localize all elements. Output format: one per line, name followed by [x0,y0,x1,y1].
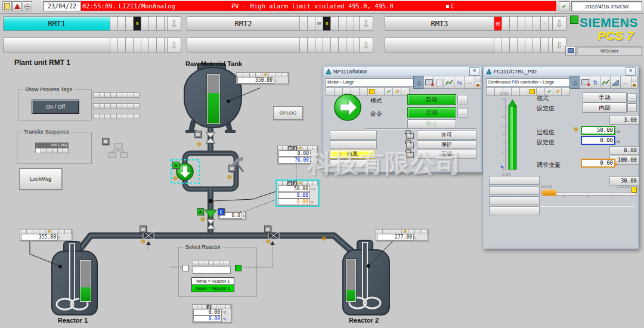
close-button[interactable]: ✕ [469,67,479,76]
mv-slider-handle[interactable] [541,190,556,196]
sp-field[interactable]: 0.00 [581,136,615,145]
sp-value[interactable]: 0.00 [278,192,310,199]
toolbar-cell[interactable] [376,87,385,96]
ack-icon[interactable]: ✔ [385,87,393,96]
maintenance-icon: ⚙ [264,72,267,78]
level-value[interactable]: 350.00 [237,77,274,83]
toolbar-cell[interactable] [486,87,495,96]
maintenance-icon[interactable]: ⚙ [393,87,401,96]
sp-value[interactable]: 76.00 [278,157,311,163]
lo-range-field: 0.00 [609,146,639,155]
mv-unit: % [614,162,618,167]
interlock-button[interactable]: 互锁 [417,150,476,159]
snapshot-button[interactable] [475,82,481,89]
maintenance-icon: ⚙ [197,142,202,147]
maintenance-icon: ⚙ [173,176,178,181]
status-field [489,176,540,185]
pcs7-os-screen: 23/04/22 02:55:09.725 LI211/MonAnalog PV… [0,0,644,328]
maintenance-icon: ⚙ [227,175,232,180]
toolbar-cell[interactable] [562,87,570,96]
more-views-button[interactable]: ... [620,76,631,89]
slider-tick [564,196,565,198]
home-icon: ⌂ [417,79,421,86]
mv-label: 调节变量 [537,161,561,169]
m-badge: M [264,225,271,233]
level-value[interactable]: 355.00 [21,234,58,240]
open-lock-icon [406,133,414,139]
faceplate-cells: ✔⚙ [486,87,570,96]
maintenance-icon: ⚙ [47,229,50,234]
command-more-button[interactable]: ... [457,108,468,117]
maintenance-icon: ⚙ [266,239,271,245]
temp-tagbox[interactable]: ∥ 0.00°C 0.00°C [192,304,231,323]
batch-icon[interactable] [528,87,537,96]
m-badge: M [288,146,293,150]
maintenance-icon: ⚙ [200,217,205,222]
status-field [489,196,540,205]
reactor2-tagbox[interactable]: ⚙ 277.00L [376,229,428,241]
toolbar-cell[interactable] [520,87,528,96]
toolbar-cell[interactable] [512,87,520,96]
window-title: NP111a/Motor [333,69,367,75]
control-valve-icon[interactable] [205,210,216,229]
pv-value[interactable]: 0.00 [278,150,311,157]
permission-button[interactable]: 许可 [417,131,476,140]
raw-tank-tagbox[interactable]: ⚙ 350.00L [236,72,289,84]
sp-value[interactable]: 0.00 [193,315,222,322]
sp-source-more-button[interactable]: ... [627,103,637,112]
maintenance-icon: ⚙ [574,127,578,132]
m-badge: M [287,181,293,185]
sp-source-label: 设定值 [537,104,555,113]
valve-icon[interactable] [206,132,215,143]
mode-value-button[interactable]: 手动 [583,92,627,103]
maintenance-icon[interactable]: ⚙ [553,87,562,96]
slider-tick [611,196,611,198]
motor-run-indicator [332,92,364,124]
motor-faceplate-titlebar[interactable]: NP111a/Motor ✕ [324,67,481,76]
protection-button[interactable]: 保护 [417,140,476,149]
pv-field[interactable]: 50.00 [581,126,615,135]
flow-tagbox[interactable]: M∥⚙ 0.00 76.00 [277,146,318,164]
printer-icon [425,79,433,85]
command-value-button[interactable]: 启动 [407,107,456,118]
hi-limit-field: 3.00 [609,116,639,125]
unit: L [275,79,277,82]
mode-more-button[interactable]: ... [627,93,637,102]
pid-tagbox[interactable]: M∥⚙ 50.00L/s 0.00 0.00% [277,181,318,206]
slider-max-label: 100.00 [617,184,630,189]
m-badge: M [140,225,147,233]
auto-badge: A [197,208,204,215]
more-views-button[interactable]: ... [464,76,475,89]
sp-source-button[interactable]: 内部 [583,103,627,113]
mode-more-button[interactable]: ... [457,95,468,104]
pid-faceplate-titlebar[interactable]: FC111/CTRL_PID ✕ [484,67,637,76]
batch-icon[interactable] [368,87,376,96]
unit: °C [222,317,227,321]
faceplate-icon [486,69,492,75]
snapshot-button[interactable] [631,82,637,89]
motor-faceplate: NP111a/Motor ✕ Motor - Large ? ✔⚙ ⌂ ⇆ ..… [323,66,482,172]
mv-field[interactable]: 0.00 [581,159,615,168]
pv-bargraph [489,95,531,173]
close-button[interactable]: ✕ [626,67,636,76]
sp-label: 设定值 [537,138,555,147]
auto-badge: A [172,162,179,169]
stop-button[interactable]: 停止 [407,119,456,129]
pv-value[interactable]: 0.00 [193,309,222,315]
ramp-icon [612,79,620,86]
mode-value-button[interactable]: 自动 [407,94,456,105]
m-badge: M [228,165,236,172]
level-value[interactable]: 277.00 [377,234,414,240]
maintenance-icon: ⚙ [298,146,301,151]
slider-min-label: 30.00 [541,184,552,189]
faceplate-icon [326,69,332,75]
unit: L/s [311,187,315,191]
out-value[interactable]: 0.00 [278,199,310,205]
snapshot-icon [633,84,636,86]
divider [366,128,476,129]
m-badge: M [102,138,109,145]
reactor1-tagbox[interactable]: ⚙ 355.00L [20,229,72,241]
slider-limit-flag [631,187,637,193]
pv-value[interactable]: 50.00 [278,185,310,192]
divider [541,206,635,207]
